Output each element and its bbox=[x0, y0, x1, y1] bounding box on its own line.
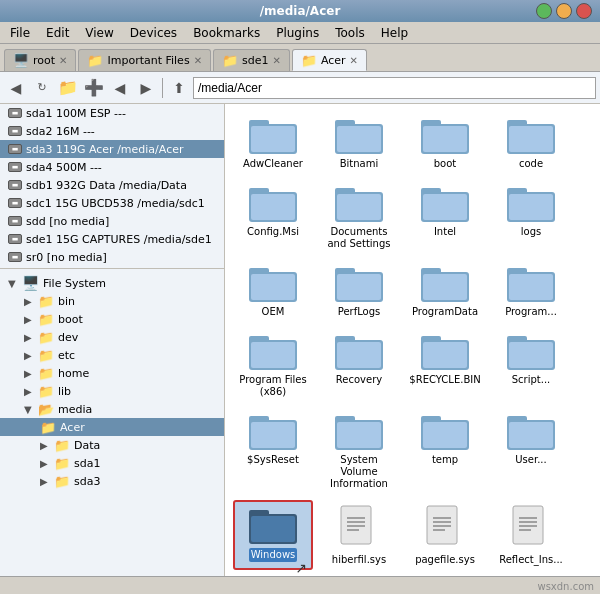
tab-root[interactable]: 🖥️ root ✕ bbox=[4, 49, 76, 71]
file-item-logs[interactable]: logs bbox=[491, 180, 571, 254]
maximize-button[interactable] bbox=[556, 3, 572, 19]
expand-boot-icon[interactable]: ▶ bbox=[24, 314, 34, 325]
tab-root-close[interactable]: ✕ bbox=[59, 55, 67, 66]
sidebar: ▬ sda1 100M ESP --- ▬ sda2 16M --- ▬ sda… bbox=[0, 104, 225, 576]
file-item-recyclebin[interactable]: $RECYCLE.BIN bbox=[405, 328, 485, 402]
nav-back-button[interactable]: ◀ bbox=[108, 76, 132, 100]
file-item-programfiles-x86[interactable]: Program Files (x86) bbox=[233, 328, 313, 402]
file-item-bitnami[interactable]: Bitnami bbox=[319, 112, 399, 174]
sidebar-item-sde1[interactable]: ▬ sde1 15G CAPTURES /media/sde1 bbox=[0, 230, 224, 248]
file-label-configmsi: Config.Msi bbox=[247, 226, 299, 238]
up-button[interactable]: ⬆ bbox=[167, 76, 191, 100]
sidebar-item-sdc1[interactable]: ▬ sdc1 15G UBCD538 /media/sdc1 bbox=[0, 194, 224, 212]
tab-sde1[interactable]: 📁 sde1 ✕ bbox=[213, 49, 290, 71]
disk-icon-sda1: ▬ bbox=[8, 108, 22, 118]
tab-important-files[interactable]: 📁 Important Files ✕ bbox=[78, 49, 211, 71]
file-item-reflect[interactable]: Reflect_Ins... bbox=[491, 500, 571, 570]
sidebar-label-sdc1: sdc1 15G UBCD538 /media/sdc1 bbox=[26, 197, 205, 210]
sidebar-item-boot[interactable]: ▶ 📁 boot bbox=[0, 310, 224, 328]
nav-forward-button[interactable]: ▶ bbox=[134, 76, 158, 100]
expand-lib-icon[interactable]: ▶ bbox=[24, 386, 34, 397]
file-item-sysreset[interactable]: $SysReset bbox=[233, 408, 313, 494]
sidebar-item-sr0[interactable]: ▬ sr0 [no media] bbox=[0, 248, 224, 266]
sidebar-item-filesystem[interactable]: ▼ 🖥️ File System bbox=[0, 274, 224, 292]
tab-acer-icon: 📁 bbox=[301, 53, 317, 68]
file-item-adwcleaner[interactable]: AdwCleaner bbox=[233, 112, 313, 174]
svg-rect-17 bbox=[337, 194, 381, 220]
file-item-documents[interactable]: Documents and Settings bbox=[319, 180, 399, 254]
menu-edit[interactable]: Edit bbox=[40, 24, 75, 42]
back-button[interactable]: ◀ bbox=[4, 76, 28, 100]
file-item-programdata[interactable]: ProgramData bbox=[405, 260, 485, 322]
file-item-code[interactable]: code bbox=[491, 112, 571, 174]
tab-sde1-close[interactable]: ✕ bbox=[273, 55, 281, 66]
expand-media-icon[interactable]: ▼ bbox=[24, 404, 34, 415]
file-label-pagefile: pagefile.sys bbox=[415, 554, 475, 566]
sidebar-item-home[interactable]: ▶ 📁 home bbox=[0, 364, 224, 382]
menu-devices[interactable]: Devices bbox=[124, 24, 183, 42]
sidebar-item-etc[interactable]: ▶ 📁 etc bbox=[0, 346, 224, 364]
minimize-button[interactable] bbox=[536, 3, 552, 19]
file-item-user[interactable]: User... bbox=[491, 408, 571, 494]
forward-button[interactable]: ↻ bbox=[30, 76, 54, 100]
sidebar-item-sda1-fs[interactable]: ▶ 📁 sda1 bbox=[0, 454, 224, 472]
expand-home-icon[interactable]: ▶ bbox=[24, 368, 34, 379]
sidebar-item-sdb1[interactable]: ▬ sdb1 932G Data /media/Data bbox=[0, 176, 224, 194]
file-item-script[interactable]: Script... bbox=[491, 328, 571, 402]
expand-etc-icon[interactable]: ▶ bbox=[24, 350, 34, 361]
file-item-pagefile[interactable]: pagefile.sys bbox=[405, 500, 485, 570]
tab-acer-close[interactable]: ✕ bbox=[350, 55, 358, 66]
file-item-hiberfil[interactable]: hiberfil.sys bbox=[319, 500, 399, 570]
sidebar-item-lib[interactable]: ▶ 📁 lib bbox=[0, 382, 224, 400]
menu-bookmarks[interactable]: Bookmarks bbox=[187, 24, 266, 42]
parent-dir-button[interactable]: 📁 bbox=[56, 76, 80, 100]
folder-icon-intel bbox=[421, 184, 469, 224]
new-folder-button[interactable]: ➕ bbox=[82, 76, 106, 100]
menu-view[interactable]: View bbox=[79, 24, 119, 42]
tab-acer-label: Acer bbox=[321, 54, 346, 67]
sidebar-item-bin[interactable]: ▶ 📁 bin bbox=[0, 292, 224, 310]
sidebar-item-media[interactable]: ▼ 📂 media bbox=[0, 400, 224, 418]
expand-sda3-fs-icon[interactable]: ▶ bbox=[40, 476, 50, 487]
sidebar-item-sda3[interactable]: ▬ sda3 119G Acer /media/Acer bbox=[0, 140, 224, 158]
close-button[interactable] bbox=[576, 3, 592, 19]
sidebar-item-sdd[interactable]: ▬ sdd [no media] bbox=[0, 212, 224, 230]
menu-file[interactable]: File bbox=[4, 24, 36, 42]
expand-data-icon[interactable]: ▶ bbox=[40, 440, 50, 451]
file-item-boot[interactable]: boot bbox=[405, 112, 485, 174]
svg-rect-20 bbox=[423, 194, 467, 220]
folder-icon-windows bbox=[249, 506, 297, 546]
file-label-adwcleaner: AdwCleaner bbox=[243, 158, 303, 170]
expand-dev-icon[interactable]: ▶ bbox=[24, 332, 34, 343]
sidebar-item-sda3-fs[interactable]: ▶ 📁 sda3 bbox=[0, 472, 224, 490]
tab-important-files-close[interactable]: ✕ bbox=[194, 55, 202, 66]
sidebar-item-sda2[interactable]: ▬ sda2 16M --- bbox=[0, 122, 224, 140]
expand-filesystem-icon[interactable]: ▼ bbox=[8, 278, 18, 289]
file-item-perflogs[interactable]: PerfLogs bbox=[319, 260, 399, 322]
file-item-windows[interactable]: Windows ↗ bbox=[233, 500, 313, 570]
file-item-configmsi[interactable]: Config.Msi bbox=[233, 180, 313, 254]
sidebar-item-sda4[interactable]: ▬ sda4 500M --- bbox=[0, 158, 224, 176]
menu-tools[interactable]: Tools bbox=[329, 24, 371, 42]
sidebar-item-sda1[interactable]: ▬ sda1 100M ESP --- bbox=[0, 104, 224, 122]
tab-acer[interactable]: 📁 Acer ✕ bbox=[292, 49, 367, 71]
sidebar-item-data[interactable]: ▶ 📁 Data bbox=[0, 436, 224, 454]
file-item-recovery[interactable]: Recovery bbox=[319, 328, 399, 402]
disk-icon-sdc1: ▬ bbox=[8, 198, 22, 208]
svg-rect-50 bbox=[251, 422, 295, 448]
file-item-program-partial[interactable]: Program... bbox=[491, 260, 571, 322]
file-item-intel[interactable]: Intel bbox=[405, 180, 485, 254]
tab-important-files-label: Important Files bbox=[107, 54, 189, 67]
sidebar-item-acer[interactable]: 📁 Acer bbox=[0, 418, 224, 436]
sidebar-label-sdb1: sdb1 932G Data /media/Data bbox=[26, 179, 187, 192]
expand-sda1-fs-icon[interactable]: ▶ bbox=[40, 458, 50, 469]
file-item-oem[interactable]: OEM bbox=[233, 260, 313, 322]
menu-plugins[interactable]: Plugins bbox=[270, 24, 325, 42]
menu-help[interactable]: Help bbox=[375, 24, 414, 42]
expand-bin-icon[interactable]: ▶ bbox=[24, 296, 34, 307]
folder-icon-sda1-fs: 📁 bbox=[54, 456, 70, 471]
file-item-sysvolinfo[interactable]: System Volume Information bbox=[319, 408, 399, 494]
address-bar[interactable] bbox=[193, 77, 596, 99]
file-item-temp[interactable]: temp bbox=[405, 408, 485, 494]
sidebar-item-dev[interactable]: ▶ 📁 dev bbox=[0, 328, 224, 346]
